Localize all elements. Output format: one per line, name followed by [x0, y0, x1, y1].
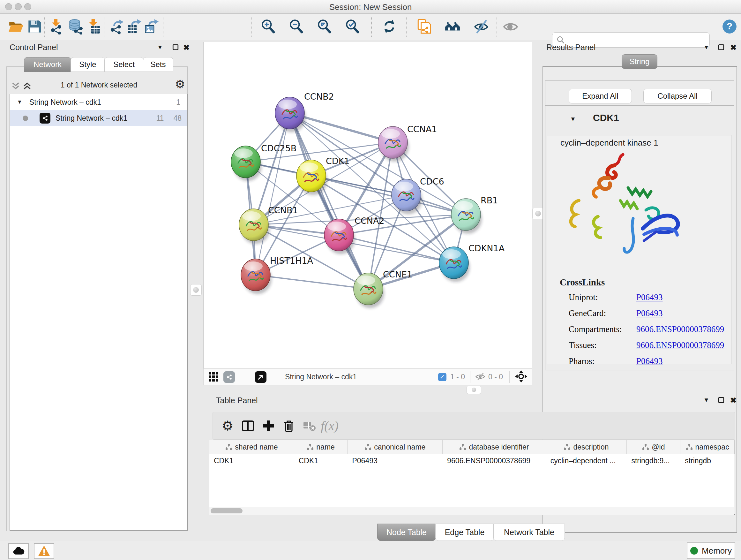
column-header-1[interactable]: name [294, 440, 348, 454]
results-panel-float-icon[interactable] [718, 44, 724, 52]
network-canvas[interactable]: CCNB2 CCNA1 CDC25B CDK1 CDC6 RB1 CCNB1 [203, 42, 532, 369]
network-node[interactable]: CDC6 [392, 177, 444, 214]
node-label: CCNE1 [383, 269, 412, 279]
hide-show-icon[interactable] [472, 17, 490, 36]
column-header-2[interactable]: canonical name [347, 440, 443, 454]
network-selection-status: 1 of 1 Network selected [42, 81, 156, 89]
open-file-icon[interactable] [7, 17, 25, 36]
network-row[interactable]: String Network – cdk1 11 48 [10, 110, 187, 126]
crosslink-row: Pharos: P06493 [569, 356, 728, 366]
export-network-icon[interactable] [108, 17, 126, 36]
right-splitter-grip[interactable] [532, 208, 544, 219]
control-tab-network[interactable]: Network [24, 57, 71, 72]
network-view-toolbar: String Network – cdk1 ✓ 1 - 0 0 - 0 [203, 368, 532, 385]
crosslink-row: Tissues: 9606.ENSP00000378699 [569, 340, 728, 350]
zoom-selected-icon[interactable] [343, 17, 361, 36]
graphics-details-eye-icon[interactable] [502, 17, 520, 36]
hidden-eye-icon[interactable] [475, 371, 486, 383]
crosslinks-list: Uniprot: P06493 GeneCard: P06493 Compart… [569, 293, 728, 372]
tab-edge-table[interactable]: Edge Table [435, 523, 494, 541]
refresh-layout-icon[interactable] [381, 17, 398, 36]
network-type-icon [40, 113, 51, 124]
crosslink-value-link[interactable]: P06493 [636, 356, 663, 366]
zoom-in-icon[interactable] [259, 17, 277, 36]
network-edge[interactable] [256, 275, 368, 289]
crosslink-value-link[interactable]: P06493 [636, 308, 663, 318]
memory-button[interactable]: Memory [687, 543, 735, 559]
node-label: CDKN1A [468, 243, 505, 253]
table-panel-float-icon[interactable] [718, 397, 724, 405]
network-node[interactable]: CCNE1 [354, 269, 412, 308]
import-table-file-icon[interactable] [85, 17, 103, 36]
save-session-icon[interactable] [25, 17, 44, 36]
crosslink-value-link[interactable]: P06493 [636, 293, 663, 302]
table-header-row: shared namenamecanonical namedatabase id… [209, 440, 735, 454]
collapse-all-networks-icon[interactable] [11, 82, 20, 91]
cloud-status-button[interactable] [8, 543, 29, 559]
collapse-all-button[interactable]: Collapse All [643, 89, 712, 104]
column-header-0[interactable]: shared name [209, 440, 294, 454]
column-header-3[interactable]: database identifier [443, 440, 546, 454]
grid-view-icon[interactable] [208, 371, 219, 383]
results-panel-menu-icon[interactable]: ▼ [703, 44, 710, 51]
crosslink-value-link[interactable]: 9606.ENSP00000378699 [636, 340, 724, 350]
network-node[interactable]: CDK1 [296, 156, 350, 195]
copy-network-icon[interactable] [415, 17, 433, 36]
tab-node-table[interactable]: Node Table [377, 523, 436, 541]
scrollbar-thumb[interactable] [211, 508, 243, 513]
selected-checkbox-icon[interactable]: ✓ [438, 373, 447, 381]
control-tab-sets[interactable]: Sets [143, 57, 173, 72]
expand-all-networks-icon[interactable] [23, 82, 31, 91]
network-view-share-icon[interactable] [223, 371, 235, 383]
network-node[interactable]: CCNB1 [239, 205, 298, 244]
network-node[interactable]: CCNA1 [378, 124, 437, 162]
first-neighbors-icon[interactable] [444, 17, 461, 36]
create-column-plus-icon[interactable] [258, 416, 279, 436]
help-button[interactable]: ? [721, 17, 738, 36]
gene-section-expander-icon[interactable]: ▼ [570, 116, 576, 123]
network-options-gear-icon[interactable]: ⚙ [175, 78, 185, 91]
control-panel-title: Control Panel [10, 43, 58, 52]
control-panel-float-icon[interactable] [172, 44, 179, 52]
export-image-icon[interactable] [142, 17, 160, 36]
network-node[interactable]: HIST1H1A [241, 256, 313, 294]
show-columns-icon[interactable] [238, 416, 258, 436]
gene-description: cyclin–dependent kinase 1 [560, 138, 658, 148]
control-tab-style[interactable]: Style [71, 57, 105, 72]
network-node[interactable]: RB1 [451, 195, 498, 234]
control-panel-close-icon[interactable]: ✖ [183, 43, 190, 52]
tab-network-table[interactable]: Network Table [493, 523, 565, 541]
import-network-file-icon[interactable] [48, 17, 66, 36]
collection-expander-icon[interactable]: ▼ [17, 99, 22, 105]
crosslink-value-link[interactable]: 9606.ENSP00000378699 [636, 324, 724, 334]
table-panel-close-icon[interactable]: ✖ [730, 396, 737, 405]
left-splitter-grip[interactable] [190, 284, 202, 296]
table-horizontal-scrollbar[interactable] [209, 507, 734, 515]
detach-view-icon[interactable] [255, 371, 266, 383]
tab-string[interactable]: String [622, 54, 657, 69]
bottom-splitter-grip[interactable] [467, 386, 481, 394]
column-header-4[interactable]: description [546, 440, 627, 454]
network-node[interactable]: CDKN1A [439, 243, 505, 282]
import-network-database-icon[interactable] [66, 17, 84, 36]
zoom-out-icon[interactable] [287, 17, 305, 36]
warnings-button[interactable] [34, 543, 54, 559]
zoom-fit-icon[interactable] [315, 17, 333, 36]
table-row[interactable]: CDK1CDK1P064939606.ENSP00000378699cyclin… [209, 454, 735, 468]
network-node[interactable]: CDC25B [231, 143, 296, 181]
network-edge[interactable] [256, 113, 290, 275]
column-header-5[interactable]: @id [627, 440, 680, 454]
crosshair-navigate-icon[interactable] [515, 370, 528, 384]
results-panel-close-icon[interactable]: ✖ [730, 43, 737, 52]
delete-table-icon[interactable] [299, 416, 320, 436]
export-table-icon[interactable] [125, 17, 143, 36]
control-tab-select[interactable]: Select [105, 57, 144, 72]
table-options-gear-icon[interactable]: ⚙ [217, 416, 238, 436]
table-panel-menu-icon[interactable]: ▼ [703, 396, 710, 403]
function-builder-icon[interactable]: f(x) [320, 416, 340, 436]
delete-column-trash-icon[interactable] [279, 416, 299, 436]
expand-all-button[interactable]: Expand All [569, 89, 632, 104]
control-panel-menu-icon[interactable]: ▼ [157, 44, 163, 51]
column-header-6[interactable]: namespac [680, 440, 735, 454]
network-collection-row[interactable]: ▼ String Network – cdk1 1 [10, 94, 187, 110]
